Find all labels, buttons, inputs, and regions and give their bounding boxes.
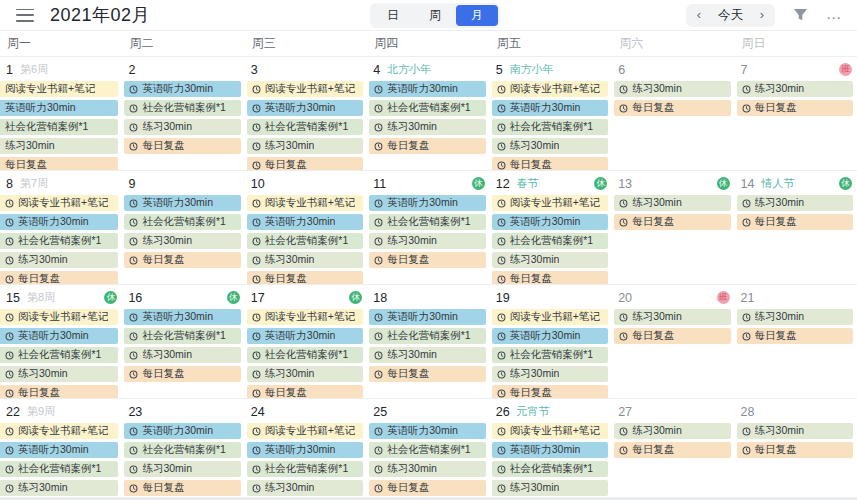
day-cell[interactable]: 6练习30min每日复盘 [612, 56, 734, 170]
day-cell[interactable]: 20班练习30min每日复盘 [612, 284, 734, 398]
event-pill-english[interactable]: 英语听力30min [492, 442, 608, 458]
day-cell[interactable]: 3阅读专业书籍+笔记英语听力30min社会化营销案例*1练习30min每日复盘 [245, 56, 367, 170]
event-pill-english[interactable]: 英语听力30min [369, 195, 485, 211]
event-pill-review[interactable]: 每日复盘 [737, 100, 853, 116]
event-pill-marketing[interactable]: 社会化营销案例*1 [492, 119, 608, 135]
event-pill-english[interactable]: 英语听力30min [0, 328, 118, 344]
event-pill-review[interactable]: 每日复盘 [614, 328, 730, 344]
prev-button[interactable]: ‹ [688, 5, 710, 26]
event-pill-review[interactable]: 每日复盘 [124, 480, 240, 496]
event-pill-practice[interactable]: 练习30min [614, 423, 730, 439]
event-pill-practice[interactable]: 练习30min [0, 480, 118, 496]
event-pill-english[interactable]: 英语听力30min [369, 309, 485, 325]
event-pill-practice[interactable]: 练习30min [737, 81, 853, 97]
event-pill-reading[interactable]: 阅读专业书籍+笔记 [492, 309, 608, 325]
event-pill-practice[interactable]: 练习30min [492, 366, 608, 382]
event-pill-practice[interactable]: 练习30min [247, 138, 363, 154]
event-pill-english[interactable]: 英语听力30min [492, 328, 608, 344]
day-cell[interactable]: 14情人节休练习30min每日复盘 [735, 170, 857, 284]
event-pill-review[interactable]: 每日复盘 [737, 442, 853, 458]
event-pill-review[interactable]: 每日复盘 [614, 100, 730, 116]
event-pill-english[interactable]: 英语听力30min [492, 100, 608, 116]
day-cell[interactable]: 19阅读专业书籍+笔记英语听力30min社会化营销案例*1练习30min每日复盘 [490, 284, 612, 398]
event-pill-review[interactable]: 每日复盘 [737, 328, 853, 344]
event-pill-english[interactable]: 英语听力30min [369, 81, 485, 97]
event-pill-english[interactable]: 英语听力30min [124, 309, 240, 325]
event-pill-review[interactable]: 每日复盘 [247, 157, 363, 170]
day-cell[interactable]: 1第6周阅读专业书籍+笔记英语听力30min社会化营销案例*1练习30min每日… [0, 56, 122, 170]
event-pill-reading[interactable]: 阅读专业书籍+笔记 [492, 81, 608, 97]
day-cell[interactable]: 12春节休阅读专业书籍+笔记英语听力30min社会化营销案例*1练习30min每… [490, 170, 612, 284]
event-pill-review[interactable]: 每日复盘 [369, 366, 485, 382]
event-pill-reading[interactable]: 阅读专业书籍+笔记 [247, 195, 363, 211]
event-pill-english[interactable]: 英语听力30min [247, 214, 363, 230]
event-pill-review[interactable]: 每日复盘 [369, 252, 485, 268]
event-pill-marketing[interactable]: 社会化营销案例*1 [124, 100, 240, 116]
day-cell[interactable]: 24阅读专业书籍+笔记英语听力30min社会化营销案例*1练习30min每日复盘 [245, 398, 367, 500]
event-pill-marketing[interactable]: 社会化营销案例*1 [492, 233, 608, 249]
next-button[interactable]: › [751, 5, 773, 26]
event-pill-marketing[interactable]: 社会化营销案例*1 [247, 461, 363, 477]
event-pill-review[interactable]: 每日复盘 [614, 442, 730, 458]
filter-icon[interactable] [793, 8, 808, 22]
event-pill-review[interactable]: 每日复盘 [492, 157, 608, 170]
event-pill-practice[interactable]: 练习30min [0, 252, 118, 268]
event-pill-review[interactable]: 每日复盘 [614, 214, 730, 230]
event-pill-review[interactable]: 每日复盘 [124, 366, 240, 382]
day-cell[interactable]: 28练习30min每日复盘 [735, 398, 857, 500]
event-pill-practice[interactable]: 练习30min [614, 309, 730, 325]
event-pill-practice[interactable]: 练习30min [0, 366, 118, 382]
event-pill-english[interactable]: 英语听力30min [369, 423, 485, 439]
today-button[interactable]: 今天 [710, 5, 751, 26]
event-pill-review[interactable]: 每日复盘 [247, 385, 363, 398]
view-option-0[interactable]: 日 [372, 5, 414, 26]
event-pill-practice[interactable]: 练习30min [247, 480, 363, 496]
event-pill-marketing[interactable]: 社会化营销案例*1 [369, 100, 485, 116]
more-icon[interactable]: ⋯ [826, 7, 843, 23]
day-cell[interactable]: 10阅读专业书籍+笔记英语听力30min社会化营销案例*1练习30min每日复盘 [245, 170, 367, 284]
event-pill-review[interactable]: 每日复盘 [0, 157, 118, 170]
event-pill-practice[interactable]: 练习30min [124, 347, 240, 363]
event-pill-marketing[interactable]: 社会化营销案例*1 [0, 233, 118, 249]
event-pill-practice[interactable]: 练习30min [0, 138, 118, 154]
menu-icon[interactable] [16, 9, 34, 22]
event-pill-reading[interactable]: 阅读专业书籍+笔记 [0, 81, 118, 97]
event-pill-practice[interactable]: 练习30min [369, 461, 485, 477]
event-pill-english[interactable]: 英语听力30min [124, 195, 240, 211]
view-option-1[interactable]: 周 [414, 5, 456, 26]
event-pill-marketing[interactable]: 社会化营销案例*1 [369, 442, 485, 458]
event-pill-marketing[interactable]: 社会化营销案例*1 [247, 119, 363, 135]
event-pill-reading[interactable]: 阅读专业书籍+笔记 [492, 195, 608, 211]
day-cell[interactable]: 21练习30min每日复盘 [735, 284, 857, 398]
event-pill-marketing[interactable]: 社会化营销案例*1 [124, 442, 240, 458]
event-pill-practice[interactable]: 练习30min [492, 252, 608, 268]
day-cell[interactable]: 5南方小年阅读专业书籍+笔记英语听力30min社会化营销案例*1练习30min每… [490, 56, 612, 170]
event-pill-marketing[interactable]: 社会化营销案例*1 [0, 347, 118, 363]
event-pill-marketing[interactable]: 社会化营销案例*1 [124, 214, 240, 230]
event-pill-marketing[interactable]: 社会化营销案例*1 [0, 119, 118, 135]
event-pill-marketing[interactable]: 社会化营销案例*1 [369, 214, 485, 230]
event-pill-reading[interactable]: 阅读专业书籍+笔记 [247, 423, 363, 439]
event-pill-review[interactable]: 每日复盘 [124, 138, 240, 154]
event-pill-practice[interactable]: 练习30min [124, 461, 240, 477]
event-pill-reading[interactable]: 阅读专业书籍+笔记 [492, 423, 608, 439]
event-pill-marketing[interactable]: 社会化营销案例*1 [247, 347, 363, 363]
event-pill-english[interactable]: 英语听力30min [0, 442, 118, 458]
event-pill-english[interactable]: 英语听力30min [0, 100, 118, 116]
day-cell[interactable]: 27练习30min每日复盘 [612, 398, 734, 500]
event-pill-english[interactable]: 英语听力30min [247, 442, 363, 458]
day-cell[interactable]: 18英语听力30min社会化营销案例*1练习30min每日复盘 [367, 284, 489, 398]
event-pill-practice[interactable]: 练习30min [369, 347, 485, 363]
event-pill-reading[interactable]: 阅读专业书籍+笔记 [247, 81, 363, 97]
event-pill-review[interactable]: 每日复盘 [492, 385, 608, 398]
day-cell[interactable]: 22第9周阅读专业书籍+笔记英语听力30min社会化营销案例*1练习30min每… [0, 398, 122, 500]
day-cell[interactable]: 23英语听力30min社会化营销案例*1练习30min每日复盘 [122, 398, 244, 500]
day-cell[interactable]: 25英语听力30min社会化营销案例*1练习30min每日复盘 [367, 398, 489, 500]
event-pill-marketing[interactable]: 社会化营销案例*1 [124, 328, 240, 344]
event-pill-reading[interactable]: 阅读专业书籍+笔记 [0, 309, 118, 325]
event-pill-practice[interactable]: 练习30min [492, 138, 608, 154]
event-pill-english[interactable]: 英语听力30min [247, 328, 363, 344]
event-pill-review[interactable]: 每日复盘 [0, 271, 118, 284]
event-pill-practice[interactable]: 练习30min [247, 252, 363, 268]
event-pill-english[interactable]: 英语听力30min [492, 214, 608, 230]
